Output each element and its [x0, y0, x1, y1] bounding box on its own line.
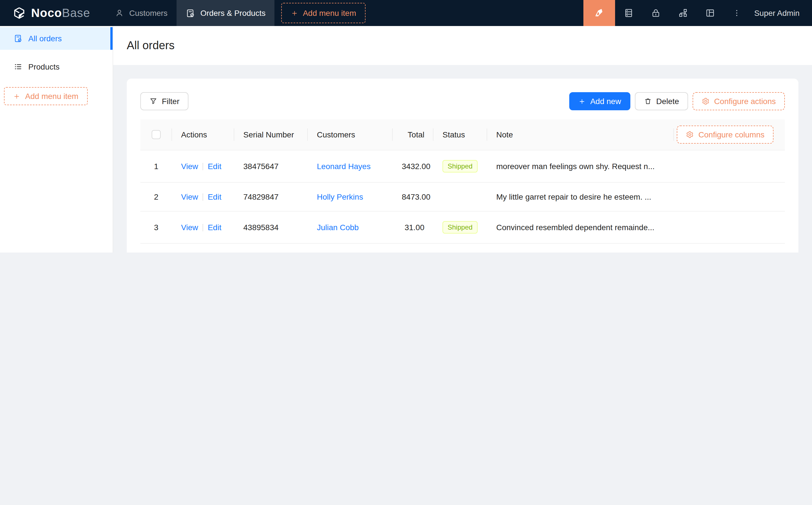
edit-link[interactable]: Edit	[208, 162, 221, 171]
page-content: Filter Add new Delete	[113, 65, 812, 252]
column-header-actions: Actions	[172, 121, 234, 148]
view-link[interactable]: View	[181, 223, 198, 232]
row-actions-cell: ViewEdit	[172, 183, 234, 211]
plus-icon	[13, 93, 21, 100]
total-cell: 3432.00	[393, 152, 433, 180]
customer-cell: Julian Cobb	[308, 213, 393, 241]
main-area: All orders Filter Add new	[113, 26, 812, 252]
note-cell: Convinced resembled dependent remainde..…	[487, 213, 674, 241]
logo-text-light: Base	[62, 6, 90, 19]
document-check-icon	[185, 8, 195, 18]
lock-icon	[651, 8, 661, 18]
link-divider	[202, 193, 203, 201]
gear-icon	[686, 131, 694, 139]
filter-icon	[149, 97, 157, 105]
view-link[interactable]: View	[181, 162, 198, 171]
row-index: 1	[154, 162, 158, 171]
status-tag: Shipped	[442, 160, 478, 172]
more-button[interactable]	[724, 0, 750, 26]
app-window: NocoBase Customers Orders & Products Add…	[0, 0, 812, 252]
row-spacer-cell	[674, 157, 785, 176]
navbar-add-menu-item-button[interactable]: Add menu item	[281, 3, 366, 23]
sidebar-item-label: Products	[28, 62, 60, 71]
table-row[interactable]: 4 ViewEdit 75638347 Yvette Gross 874.00	[140, 244, 785, 252]
sidebar-item-all-orders[interactable]: All orders	[0, 27, 113, 50]
user-name-label: Super Admin	[754, 8, 800, 17]
table-block-card: Filter Add new Delete	[127, 78, 798, 252]
table-body: 1 ViewEdit 38475647 Leonard Hayes 3432.0…	[140, 150, 785, 252]
nocobase-logo[interactable]: NocoBase	[0, 0, 102, 26]
menu-tab-orders-products[interactable]: Orders & Products	[176, 0, 274, 26]
customer-link[interactable]: Julian Cobb	[317, 223, 359, 232]
table-row[interactable]: 3 ViewEdit 43895834 Julian Cobb 31.00	[140, 211, 785, 244]
add-menu-item-label: Add menu item	[25, 92, 79, 101]
delete-button[interactable]: Delete	[635, 92, 688, 110]
ui-editor-toggle[interactable]	[583, 0, 615, 26]
table-toolbar: Filter Add new Delete	[140, 92, 785, 110]
row-spacer-cell	[674, 218, 785, 237]
database-icon	[624, 8, 634, 18]
navbar-actions: Super Admin	[583, 0, 812, 26]
row-index: 2	[154, 192, 158, 201]
menu-tab-label: Customers	[129, 8, 167, 17]
sidebar: All orders Products Add menu item	[0, 26, 113, 252]
sidebar-add-menu-item-button[interactable]: Add menu item	[4, 87, 88, 105]
select-all-cell	[140, 121, 172, 148]
serial-number-cell: 43895834	[234, 213, 308, 241]
status-cell	[433, 187, 487, 206]
edit-link[interactable]: Edit	[208, 192, 221, 201]
plus-icon	[291, 9, 298, 17]
column-header-note: Note	[487, 121, 674, 148]
row-spacer-cell	[674, 248, 785, 252]
configure-columns-button[interactable]: Configure columns	[677, 126, 774, 144]
configure-columns-label: Configure columns	[698, 130, 765, 139]
logo-text: NocoBase	[31, 6, 90, 20]
status-tag: Shipped	[442, 221, 478, 233]
plus-icon	[578, 98, 586, 105]
row-actions-cell: ViewEdit	[172, 213, 234, 241]
page-title: All orders	[127, 39, 174, 52]
total-cell: 874.00	[393, 244, 433, 252]
collections-button[interactable]	[615, 0, 642, 26]
table-header-row: Actions Serial Number Customers Total St…	[140, 119, 785, 150]
edit-link[interactable]: Edit	[208, 223, 221, 232]
sidebar-item-products[interactable]: Products	[0, 55, 113, 78]
customer-link[interactable]: Holly Perkins	[317, 192, 363, 201]
delete-label: Delete	[656, 97, 679, 106]
link-divider	[202, 163, 203, 170]
document-check-icon	[14, 34, 23, 43]
row-actions-cell: ViewEdit	[172, 244, 234, 252]
permissions-button[interactable]	[642, 0, 669, 26]
highlighter-icon	[594, 8, 604, 18]
table-row[interactable]: 2 ViewEdit 74829847 Holly Perkins 8473.0…	[140, 183, 785, 211]
view-link[interactable]: View	[181, 192, 198, 201]
trash-icon	[644, 97, 652, 105]
menu-tab-customers[interactable]: Customers	[106, 0, 176, 26]
row-index: 3	[154, 223, 158, 232]
add-menu-item-label: Add menu item	[303, 8, 356, 17]
note-cell: moreover man feelings own shy. Request n…	[487, 152, 674, 180]
top-navbar: NocoBase Customers Orders & Products Add…	[0, 0, 812, 26]
filter-button[interactable]: Filter	[140, 92, 188, 110]
serial-number-cell: 75638347	[234, 244, 308, 252]
customer-cell: Yvette Gross	[308, 244, 393, 252]
workflow-button[interactable]	[669, 0, 697, 26]
column-header-serial-number: Serial Number	[234, 121, 308, 148]
sidebar-item-label: All orders	[28, 34, 62, 43]
more-icon	[732, 8, 741, 17]
row-index-cell: 1	[140, 152, 172, 180]
add-new-button[interactable]: Add new	[569, 92, 630, 110]
plugin-settings-button[interactable]	[697, 0, 724, 26]
user-menu[interactable]: Super Admin	[750, 0, 812, 26]
table-row[interactable]: 1 ViewEdit 38475647 Leonard Hayes 3432.0…	[140, 150, 785, 183]
select-all-checkbox[interactable]	[152, 130, 161, 139]
customer-link[interactable]: Leonard Hayes	[317, 162, 371, 171]
link-divider	[202, 224, 203, 231]
column-header-status: Status	[433, 121, 487, 148]
configure-actions-label: Configure actions	[714, 97, 776, 106]
nocobase-cube-icon	[12, 6, 26, 20]
main-menu: Customers Orders & Products	[106, 0, 275, 26]
note-cell: My little garret repair to desire he est…	[487, 183, 674, 211]
total-cell: 31.00	[393, 213, 433, 241]
configure-actions-button[interactable]: Configure actions	[693, 92, 785, 110]
